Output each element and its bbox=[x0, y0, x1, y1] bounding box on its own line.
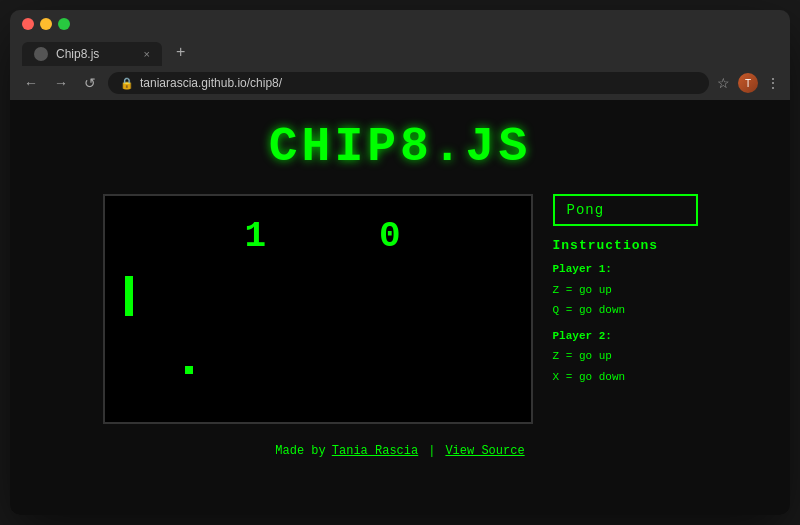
player2-up: Z = go up bbox=[553, 348, 698, 366]
address-bar-right: ☆ T ⋮ bbox=[717, 73, 780, 93]
tab-close-button[interactable]: × bbox=[144, 48, 150, 60]
maximize-button[interactable] bbox=[58, 18, 70, 30]
page-title: CHIP8.JS bbox=[269, 120, 531, 174]
view-source-link[interactable]: View Source bbox=[445, 444, 524, 458]
traffic-lights bbox=[22, 18, 778, 38]
page-content: CHIP8.JS 1 0 Pong Instructions Player 1:… bbox=[10, 100, 790, 515]
footer: Made by Tania Rascia | View Source bbox=[275, 444, 524, 458]
menu-icon[interactable]: ⋮ bbox=[766, 75, 780, 91]
tabs-row: Chip8.js × + bbox=[22, 38, 778, 66]
favicon-icon bbox=[34, 47, 48, 61]
paddle-left bbox=[125, 276, 133, 316]
close-button[interactable] bbox=[22, 18, 34, 30]
new-tab-button[interactable]: + bbox=[166, 38, 306, 66]
address-bar-row: ← → ↺ 🔒 taniarascia.github.io/chip8/ ☆ T… bbox=[10, 66, 790, 100]
instructions-section: Instructions Player 1: Z = go up Q = go … bbox=[553, 238, 698, 390]
back-button[interactable]: ← bbox=[20, 73, 42, 93]
address-bar[interactable]: 🔒 taniarascia.github.io/chip8/ bbox=[108, 72, 709, 94]
tab-title: Chip8.js bbox=[56, 47, 99, 61]
bookmark-icon[interactable]: ☆ bbox=[717, 75, 730, 91]
player1-up: Z = go up bbox=[553, 282, 698, 300]
main-area: 1 0 Pong Instructions Player 1: Z = go u… bbox=[103, 194, 698, 424]
browser-chrome: Chip8.js × + bbox=[10, 10, 790, 66]
browser-window: Chip8.js × + ← → ↺ 🔒 taniarascia.github.… bbox=[10, 10, 790, 515]
ball bbox=[185, 366, 193, 374]
player2-label: Player 2: bbox=[553, 328, 698, 346]
score-right: 0 bbox=[379, 216, 401, 257]
score-left: 1 bbox=[245, 216, 267, 257]
reload-button[interactable]: ↺ bbox=[80, 73, 100, 93]
author-link[interactable]: Tania Rascia bbox=[332, 444, 418, 458]
player1-down: Q = go down bbox=[553, 302, 698, 320]
player1-label: Player 1: bbox=[553, 261, 698, 279]
user-avatar[interactable]: T bbox=[738, 73, 758, 93]
minimize-button[interactable] bbox=[40, 18, 52, 30]
lock-icon: 🔒 bbox=[120, 77, 134, 90]
made-by-text: Made by bbox=[275, 444, 325, 458]
address-text: taniarascia.github.io/chip8/ bbox=[140, 76, 282, 90]
game-canvas: 1 0 bbox=[103, 194, 533, 424]
browser-tab-active[interactable]: Chip8.js × bbox=[22, 42, 162, 66]
player2-down: X = go down bbox=[553, 369, 698, 387]
game-select-button[interactable]: Pong bbox=[553, 194, 698, 226]
sidebar: Pong Instructions Player 1: Z = go up Q … bbox=[553, 194, 698, 390]
footer-separator: | bbox=[428, 444, 435, 458]
instructions-title: Instructions bbox=[553, 238, 698, 253]
forward-button[interactable]: → bbox=[50, 73, 72, 93]
